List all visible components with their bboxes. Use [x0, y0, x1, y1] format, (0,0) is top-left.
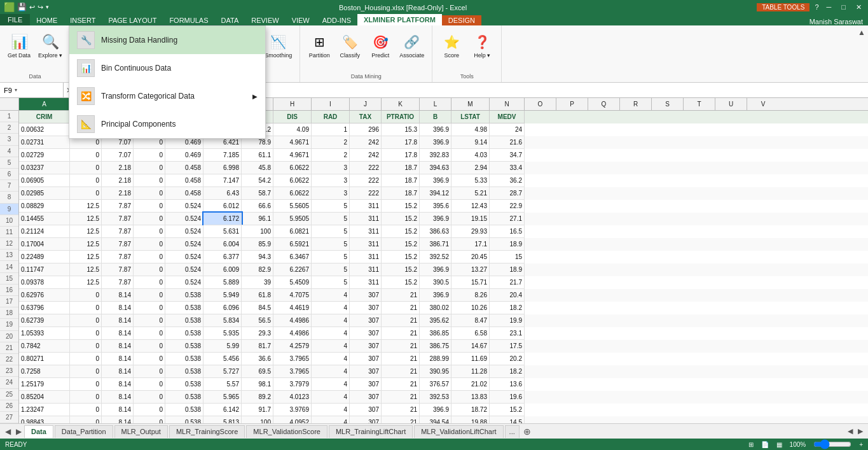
table-cell[interactable]: 3: [312, 174, 350, 187]
table-cell[interactable]: 0.458: [165, 174, 203, 187]
table-cell[interactable]: 8.14: [102, 289, 134, 302]
row-num-23[interactable]: 23: [0, 365, 18, 377]
table-cell[interactable]: 4.0123: [273, 391, 312, 404]
table-cell[interactable]: 0: [134, 314, 165, 327]
header-PTRATIO[interactable]: PTRATIO: [382, 111, 420, 123]
table-cell[interactable]: 222: [350, 162, 382, 174]
table-cell[interactable]: 6.004: [203, 238, 242, 251]
col-header-S[interactable]: S: [652, 98, 684, 110]
table-cell[interactable]: 12.5: [70, 238, 102, 251]
zoom-in-btn[interactable]: +: [859, 441, 863, 448]
table-cell[interactable]: 0.03237: [19, 162, 70, 174]
table-cell[interactable]: 98.1: [242, 378, 273, 391]
table-cell[interactable]: 0.524: [165, 225, 203, 238]
table-cell[interactable]: 16.5: [490, 225, 525, 238]
table-cell[interactable]: 4.2579: [273, 340, 312, 353]
tab-data[interactable]: DATA: [215, 15, 245, 25]
table-cell[interactable]: 5.834: [203, 314, 242, 327]
table-cell[interactable]: 66.6: [242, 200, 273, 213]
table-cell[interactable]: 0.08829: [19, 200, 70, 213]
sheet-tab-data[interactable]: Data: [24, 425, 53, 438]
table-cell[interactable]: 307: [350, 314, 382, 327]
sheet-tab-mlr-training-lift[interactable]: MLR_TrainingLiftChart: [329, 425, 413, 438]
table-cell[interactable]: 18.9: [490, 238, 525, 251]
table-cell[interactable]: 7.07: [102, 149, 134, 162]
table-cell[interactable]: 288.99: [420, 353, 451, 365]
table-cell[interactable]: 15.3: [382, 123, 420, 136]
table-cell[interactable]: 4: [312, 416, 350, 423]
table-cell[interactable]: 12.5: [70, 251, 102, 264]
table-cell[interactable]: 0: [134, 416, 165, 423]
table-cell[interactable]: 21: [382, 289, 420, 302]
table-cell[interactable]: 14.67: [451, 340, 490, 353]
table-cell[interactable]: 242: [350, 149, 382, 162]
table-cell[interactable]: 0.09378: [19, 276, 70, 289]
table-cell[interactable]: 5.813: [203, 416, 242, 423]
table-cell[interactable]: 0.538: [165, 391, 203, 404]
table-cell[interactable]: 0.02729: [19, 149, 70, 162]
sheet-scroll-right[interactable]: ▶: [855, 427, 865, 435]
table-cell[interactable]: 311: [350, 213, 382, 225]
table-cell[interactable]: 5.889: [203, 276, 242, 289]
table-cell[interactable]: 84.5: [242, 302, 273, 314]
table-cell[interactable]: 15.2: [382, 264, 420, 276]
col-header-Q[interactable]: Q: [588, 98, 620, 110]
normal-view-icon[interactable]: ⊞: [748, 441, 754, 448]
tab-file[interactable]: FILE: [0, 14, 30, 25]
table-cell[interactable]: 396.9: [420, 174, 451, 187]
row-num-20[interactable]: 20: [0, 331, 18, 342]
associate-btn[interactable]: 🔗 Associate: [397, 31, 427, 60]
sheet-tab-add[interactable]: ⊕: [523, 426, 531, 437]
tab-xlminer[interactable]: XLMINER PLATFORM: [357, 14, 442, 25]
col-header-R[interactable]: R: [620, 98, 652, 110]
table-cell[interactable]: 0: [134, 365, 165, 378]
table-cell[interactable]: 15.2: [490, 404, 525, 416]
tab-view[interactable]: VIEW: [286, 15, 316, 25]
table-cell[interactable]: 21: [382, 314, 420, 327]
table-cell[interactable]: 18.9: [490, 264, 525, 276]
table-cell[interactable]: 21: [382, 404, 420, 416]
table-cell[interactable]: 5.57: [203, 378, 242, 391]
table-cell[interactable]: 0: [70, 416, 102, 423]
menu-item-principal-components[interactable]: 📐 Principal Components: [69, 110, 265, 138]
table-cell[interactable]: 89.2: [242, 391, 273, 404]
table-cell[interactable]: 8.14: [102, 314, 134, 327]
table-cell[interactable]: 396.9: [420, 404, 451, 416]
table-cell[interactable]: 100: [242, 225, 273, 238]
table-cell[interactable]: 0: [134, 225, 165, 238]
table-cell[interactable]: 13.27: [451, 264, 490, 276]
table-cell[interactable]: 0.538: [165, 365, 203, 378]
table-cell[interactable]: 3.9769: [273, 404, 312, 416]
row-num-13[interactable]: 13: [0, 250, 18, 261]
table-cell[interactable]: 7.87: [102, 238, 134, 251]
table-cell[interactable]: 19.88: [451, 416, 490, 423]
table-cell[interactable]: 0: [134, 251, 165, 264]
table-cell[interactable]: 222: [350, 187, 382, 200]
table-cell[interactable]: 8.14: [102, 353, 134, 365]
table-cell[interactable]: 5: [312, 264, 350, 276]
table-cell[interactable]: 311: [350, 264, 382, 276]
table-cell[interactable]: 394.54: [420, 416, 451, 423]
table-cell[interactable]: 0: [134, 238, 165, 251]
table-cell[interactable]: 5: [312, 225, 350, 238]
table-cell[interactable]: 3.7965: [273, 353, 312, 365]
row-num-25[interactable]: 25: [0, 389, 18, 400]
table-cell[interactable]: 8.14: [102, 416, 134, 423]
table-cell[interactable]: 0.538: [165, 404, 203, 416]
row-num-10[interactable]: 10: [0, 215, 18, 227]
col-header-T[interactable]: T: [684, 98, 715, 110]
table-cell[interactable]: 29.93: [451, 225, 490, 238]
table-cell[interactable]: 5: [312, 238, 350, 251]
undo-qa-icon[interactable]: ↩: [29, 3, 35, 11]
table-cell[interactable]: 380.02: [420, 302, 451, 314]
table-cell[interactable]: 8.14: [102, 327, 134, 340]
table-cell[interactable]: 4.0952: [273, 416, 312, 423]
sheet-tab-mlr-output[interactable]: MLR_Output: [114, 425, 168, 438]
table-cell[interactable]: 0.538: [165, 289, 203, 302]
table-cell[interactable]: 21.7: [490, 276, 525, 289]
table-cell[interactable]: 15.2: [382, 200, 420, 213]
table-cell[interactable]: 17.8: [382, 149, 420, 162]
table-cell[interactable]: 6.0622: [273, 187, 312, 200]
menu-item-transform-categorical[interactable]: 🔀 Transform Categorical Data ▶: [69, 82, 265, 110]
table-cell[interactable]: 0.7258: [19, 365, 70, 378]
